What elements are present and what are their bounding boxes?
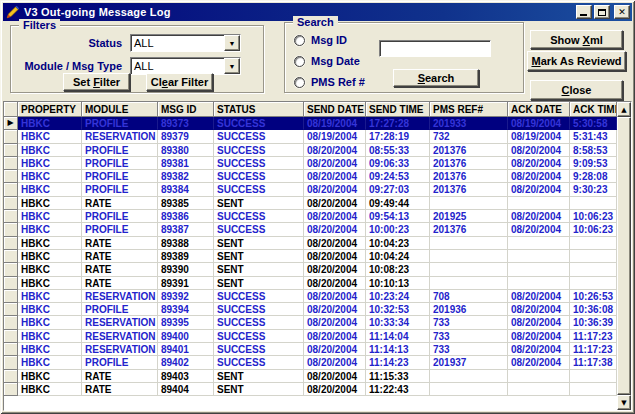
table-row[interactable]: HBKCPROFILE89384SUCCESS08/20/200409:27:0… xyxy=(4,183,617,196)
header-property[interactable]: PROPERTY xyxy=(18,102,82,117)
cell-send-date: 08/20/2004 xyxy=(304,290,366,303)
table-row[interactable]: HBKCRESERVATION89401SUCCESS08/20/200411:… xyxy=(4,343,617,356)
cell-ack-time: 9:30:23 xyxy=(570,183,617,196)
mark-as-reviewed-button[interactable]: Mark As Reviewd xyxy=(527,51,626,71)
header-status[interactable]: STATUS xyxy=(214,102,304,117)
cell-ack-date: 08/20/2004 xyxy=(508,343,570,356)
close-window-button[interactable]: ✕ xyxy=(614,5,630,19)
header-ack-date[interactable]: ACK DATE xyxy=(508,102,570,117)
cell-ack-date: 08/20/2004 xyxy=(508,210,570,223)
header-pms-ref[interactable]: PMS REF# xyxy=(430,102,508,117)
cell-ack-time: 10:26:53 xyxy=(570,290,617,303)
set-filter-button[interactable]: Set Filter xyxy=(63,73,130,91)
label: X xyxy=(583,34,590,46)
status-dropdown-button[interactable]: ▼ xyxy=(224,35,240,51)
row-selector[interactable] xyxy=(4,130,18,143)
radio-button-icon[interactable] xyxy=(294,77,305,88)
module-dropdown-button[interactable]: ▼ xyxy=(224,58,240,74)
table-row[interactable]: HBKCRATE89404SENT08/20/200411:22:43 xyxy=(4,383,617,396)
radio-msg-date[interactable]: Msg Date xyxy=(294,55,360,67)
cell-msg-id: 89379 xyxy=(158,130,214,143)
cell-property: HBKC xyxy=(18,157,82,170)
header-send-date[interactable]: SEND DATE xyxy=(304,102,366,117)
message-table: PROPERTY MODULE MSG ID STATUS SEND DATE … xyxy=(3,101,632,411)
cell-send-time: 08:55:33 xyxy=(366,144,430,157)
cell-module: PROFILE xyxy=(82,210,158,223)
search-button[interactable]: Search xyxy=(393,69,479,87)
row-selector[interactable] xyxy=(4,263,18,276)
cell-msg-id: 89404 xyxy=(158,383,214,396)
header-msg-id[interactable]: MSG ID xyxy=(158,102,214,117)
table-row[interactable]: HBKCRESERVATION89400SUCCESS08/20/200411:… xyxy=(4,330,617,343)
cell-ack-time xyxy=(570,383,617,396)
row-selector[interactable] xyxy=(4,237,18,250)
cell-property: HBKC xyxy=(18,316,82,329)
show-xml-button[interactable]: Show Xml xyxy=(530,30,623,49)
cell-ack-time: 10:06:23 xyxy=(570,210,617,223)
cell-status: SENT xyxy=(214,370,304,383)
header-send-time[interactable]: SEND TIME xyxy=(366,102,430,117)
row-selector[interactable] xyxy=(4,223,18,236)
scrollbar-thumb[interactable] xyxy=(617,117,631,395)
row-selector[interactable] xyxy=(4,290,18,303)
search-input[interactable] xyxy=(379,40,491,57)
radio-button-icon[interactable] xyxy=(294,56,305,67)
table-row[interactable]: ▶HBKCPROFILE89373SUCCESS08/19/200417:27:… xyxy=(4,117,617,130)
radio-pms-ref[interactable]: PMS Ref # xyxy=(294,76,365,88)
row-selector[interactable] xyxy=(4,170,18,183)
cell-pms-ref: 733 xyxy=(430,343,508,356)
row-selector[interactable] xyxy=(4,383,18,396)
table-row[interactable]: HBKCRATE89403SENT08/20/200411:15:33 xyxy=(4,370,617,383)
cell-status: SENT xyxy=(214,263,304,276)
clear-filter-button[interactable]: Clear Filter xyxy=(146,73,213,91)
row-selector[interactable] xyxy=(4,343,18,356)
radio-msg-id[interactable]: Msg ID xyxy=(294,34,347,46)
row-selector[interactable] xyxy=(4,356,18,369)
table-row[interactable]: HBKCRESERVATION89395SUCCESS08/20/200410:… xyxy=(4,316,617,329)
radio-msg-id-label: Msg ID xyxy=(311,34,347,46)
table-row[interactable]: HBKCRATE89391SENT08/20/200410:10:13 xyxy=(4,277,617,290)
table-row[interactable]: HBKCPROFILE89386SUCCESS08/20/200409:54:1… xyxy=(4,210,617,223)
scroll-up-button[interactable]: ▲ xyxy=(617,102,631,117)
row-selector[interactable] xyxy=(4,370,18,383)
header-module[interactable]: MODULE xyxy=(82,102,158,117)
row-selector[interactable] xyxy=(4,210,18,223)
row-selector[interactable] xyxy=(4,183,18,196)
scroll-down-button[interactable]: ▼ xyxy=(617,395,631,410)
maximize-button[interactable] xyxy=(594,5,610,19)
table-row[interactable]: HBKCRATE89388SENT08/20/200410:04:23 xyxy=(4,237,617,250)
cell-property: HBKC xyxy=(18,250,82,263)
table-row[interactable]: HBKCPROFILE89381SUCCESS08/20/200409:06:3… xyxy=(4,157,617,170)
close-dialog-button[interactable]: Close xyxy=(530,80,623,100)
row-selector[interactable] xyxy=(4,277,18,290)
vertical-scrollbar[interactable]: ▲ ▼ xyxy=(617,102,631,410)
cell-pms-ref: 201376 xyxy=(430,144,508,157)
table-row[interactable]: HBKCPROFILE89402SUCCESS08/20/200411:14:2… xyxy=(4,356,617,369)
radio-button-icon[interactable] xyxy=(294,35,305,46)
minimize-button[interactable] xyxy=(576,5,592,19)
table-row[interactable]: HBKCRESERVATION89379SUCCESS08/19/200417:… xyxy=(4,130,617,143)
table-row[interactable]: HBKCPROFILE89380SUCCESS08/20/200408:55:3… xyxy=(4,144,617,157)
status-select[interactable]: ALL ▼ xyxy=(130,34,241,52)
row-selector[interactable] xyxy=(4,144,18,157)
label: ar Filter xyxy=(168,76,208,88)
row-selector[interactable] xyxy=(4,316,18,329)
table-row[interactable]: HBKCPROFILE89387SUCCESS08/20/200410:00:2… xyxy=(4,223,617,236)
table-row[interactable]: HBKCRATE89389SENT08/20/200410:04:24 xyxy=(4,250,617,263)
table-row[interactable]: HBKCPROFILE89394SUCCESS08/20/200410:32:5… xyxy=(4,303,617,316)
cell-send-date: 08/19/2004 xyxy=(304,117,366,130)
table-row[interactable]: HBKCPROFILE89382SUCCESS08/20/200409:24:5… xyxy=(4,170,617,183)
row-selector[interactable] xyxy=(4,303,18,316)
row-selector[interactable] xyxy=(4,197,18,210)
row-selector[interactable] xyxy=(4,157,18,170)
cell-property: HBKC xyxy=(18,290,82,303)
row-selector[interactable] xyxy=(4,330,18,343)
cell-send-date: 08/20/2004 xyxy=(304,343,366,356)
table-row[interactable]: HBKCRESERVATION89392SUCCESS08/20/200410:… xyxy=(4,290,617,303)
header-ack-time[interactable]: ACK TIME xyxy=(570,102,617,117)
row-selector[interactable] xyxy=(4,250,18,263)
table-row[interactable]: HBKCRATE89385SENT08/20/200409:49:44 xyxy=(4,197,617,210)
table-row[interactable]: HBKCRATE89390SENT08/20/200410:08:23 xyxy=(4,263,617,276)
cell-status: SUCCESS xyxy=(214,330,304,343)
row-selector[interactable]: ▶ xyxy=(4,117,18,130)
